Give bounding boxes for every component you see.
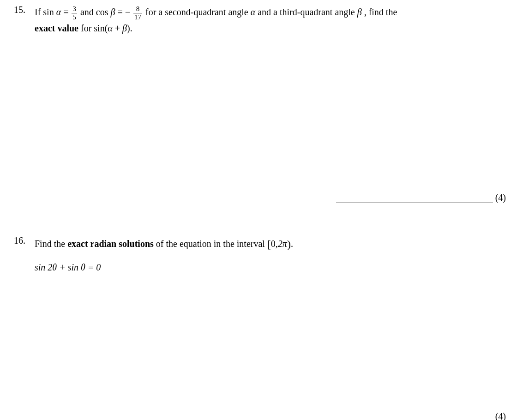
question-body-16: Find the exact radian solutions of the e… [35, 235, 515, 273]
beta-symbol: β [122, 23, 127, 33]
denominator: 5 [72, 13, 77, 21]
text: and cos [78, 7, 111, 17]
two-pi: 2π [278, 239, 287, 249]
beta-symbol: β [111, 7, 115, 17]
bold-text: exact radian solutions [67, 239, 154, 249]
answer-row-15: (4) [14, 192, 515, 203]
equation-16: sin 2θ + sin θ = 0 [35, 262, 515, 273]
bracket-open: [ [267, 238, 271, 250]
numerator: 8 [133, 6, 142, 13]
text: of the equation in the interval [154, 239, 267, 249]
question-text-15: If sin α = 35 and cos β = − 817 for a se… [35, 5, 515, 36]
work-space-15 [14, 45, 515, 188]
denominator: 17 [133, 13, 142, 21]
text: , find the [362, 7, 397, 17]
fraction-8-17: 817 [133, 6, 142, 21]
interval-start: 0, [271, 239, 278, 249]
question-text-16: Find the exact radian solutions of the e… [35, 235, 515, 253]
text: and a third-quadrant angle [255, 7, 357, 17]
alpha-symbol: α [108, 23, 113, 33]
question-body-15: If sin α = 35 and cos β = − 817 for a se… [35, 5, 515, 36]
alpha-symbol: α [251, 7, 256, 17]
text: ). [127, 23, 132, 33]
text: If sin [35, 7, 56, 17]
text: for a second-quadrant angle [143, 7, 251, 17]
question-16: 16. Find the exact radian solutions of t… [14, 235, 515, 273]
work-space-16 [14, 282, 515, 407]
numerator: 3 [72, 6, 77, 13]
period: . [291, 239, 293, 249]
alpha-symbol: α [56, 7, 61, 17]
fraction-3-5: 35 [72, 6, 77, 21]
text: = [61, 7, 71, 17]
answer-row-16: (4) [14, 411, 515, 420]
equation-text: sin 2θ + sin θ = 0 [35, 262, 101, 272]
answer-blank-15[interactable] [336, 203, 493, 203]
points-15: (4) [495, 192, 506, 203]
interval: [0,2π) [267, 239, 291, 249]
text: = − [115, 7, 132, 17]
text: Find the [35, 239, 67, 249]
spacer [14, 203, 515, 235]
paren-close: ) [287, 238, 291, 250]
beta-symbol: β [357, 7, 362, 17]
question-15: 15. If sin α = 35 and cos β = − 817 for … [14, 5, 515, 36]
points-16: (4) [495, 411, 506, 420]
bold-text: exact value [35, 23, 78, 33]
text: + [113, 23, 122, 33]
question-number-15: 15. [14, 5, 35, 36]
text: for sin( [78, 23, 108, 33]
question-number-16: 16. [14, 235, 35, 273]
